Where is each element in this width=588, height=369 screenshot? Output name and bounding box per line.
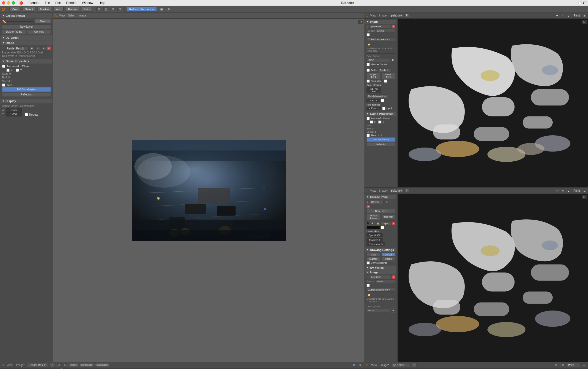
delete-frame-btn-right[interactable]: Delete Frame <box>367 214 380 220</box>
lower-first-btn[interactable]: Lower First <box>381 73 395 79</box>
tl-r-f-btn[interactable]: F <box>412 363 417 367</box>
tiles-checkbox[interactable] <box>2 83 5 87</box>
select-menu-btn[interactable]: Select <box>23 7 36 12</box>
tl-r-paint[interactable]: Paint <box>567 363 580 367</box>
thickness-field[interactable]: Thickness: 3 <box>367 242 385 246</box>
tl-view-btn[interactable]: View <box>6 363 14 367</box>
gp-add-btn[interactable]: + <box>390 200 395 204</box>
tl-r-icon-2[interactable]: ⊠ <box>560 363 565 367</box>
paint-x-top[interactable]: ✕ <box>561 14 565 18</box>
timeline-right-body[interactable]: -40 -20 0 20 40 60 80 100 120 140 160 18… <box>364 368 588 369</box>
help-menu[interactable]: Help <box>97 1 106 5</box>
strip-menu-btn[interactable]: Strip <box>81 7 92 12</box>
file-menu[interactable]: File <box>44 1 51 5</box>
paint-icon-top[interactable]: ✚ <box>555 14 560 18</box>
img-close-btn[interactable]: ✕ <box>47 47 51 50</box>
viewport-image[interactable]: ⊡ <box>53 19 364 362</box>
tl-r-icon-1[interactable]: ⊞ <box>554 363 559 367</box>
convert-btn-left[interactable]: Convert <box>27 30 51 34</box>
reflection-btn-left[interactable]: Reflection <box>2 92 51 97</box>
y-checkbox[interactable] <box>16 69 19 72</box>
gp-anim-check[interactable] <box>367 117 370 120</box>
fields-count-top[interactable]: Fields: 2 <box>378 68 392 72</box>
gp-layer-lock-btn[interactable]: 🔒 <box>376 221 380 225</box>
view-btn-right-top[interactable]: View <box>369 14 377 17</box>
filepath-check-top[interactable] <box>367 33 370 36</box>
srgb-val-bottom[interactable]: sRGB <box>367 309 389 312</box>
img-name-top[interactable]: pele.mov <box>370 25 391 28</box>
uv-corner-btn-bottom[interactable]: ⊡ <box>582 195 587 199</box>
drawing-settings-header[interactable]: ▼ Drawing Settings <box>365 248 396 252</box>
cyclic-check[interactable] <box>382 107 385 110</box>
gp-layer-del-btn[interactable]: ✕ <box>392 222 395 225</box>
image-btn-right-top[interactable]: Image* <box>378 14 389 17</box>
img-close-bottom[interactable]: ✕ <box>392 275 395 279</box>
filepath-folder-top[interactable]: 📁 <box>367 42 371 47</box>
only-endpoints-check[interactable] <box>367 261 370 265</box>
view-btn-right-bottom[interactable]: View <box>369 189 377 192</box>
paint-select-bottom[interactable]: Paint <box>572 189 581 193</box>
tl-icon-1[interactable]: ⊞ <box>352 363 356 367</box>
gp-layer-vis-btn[interactable]: 👁 <box>370 221 375 225</box>
window-menu[interactable]: Window <box>81 1 94 5</box>
tl-icon-2[interactable]: ⊠ <box>358 363 363 367</box>
view-btn-drawing[interactable]: View <box>367 253 380 257</box>
paint-btn-top[interactable]: 🖌 <box>566 14 571 18</box>
marker-menu-btn[interactable]: Marker <box>38 7 51 12</box>
gp-name-input-b[interactable]: GPencil <box>370 200 384 204</box>
edit-menu[interactable]: Edit <box>54 1 62 5</box>
opa-field[interactable]: Opa: 0.900 <box>367 233 383 237</box>
uv-vertex-header-left[interactable]: ▼ UV Vertex <box>1 35 52 40</box>
icon-btn-3[interactable]: ⊞ <box>110 7 115 11</box>
paint-btn-bottom[interactable]: 🖌 <box>566 189 571 193</box>
filepath-folder-bottom[interactable]: 📁 <box>367 293 371 297</box>
more-top[interactable]: ☰ <box>582 14 587 18</box>
view-menu-btn[interactable]: View <box>9 7 20 12</box>
stroke-btn[interactable]: Stroke <box>381 257 395 261</box>
icon-btn-5[interactable]: ▣ <box>159 7 164 11</box>
traffic-lights[interactable] <box>2 1 15 5</box>
right-bottom-view[interactable]: ⊡ <box>398 194 588 362</box>
start-field[interactable]: Start: 1 <box>367 99 380 102</box>
right-top-view[interactable]: ⊡ <box>398 19 588 187</box>
blender-menu[interactable]: Blender <box>27 1 40 5</box>
filename-right-top[interactable]: pele.mov <box>390 14 403 18</box>
timeline-left-body[interactable]: 0 20 40 60 80 100 120 140 160 <box>0 368 364 369</box>
aspect-x-input[interactable]: 1.000 <box>6 108 22 112</box>
img-close-top[interactable]: ✕ <box>392 25 395 28</box>
uv-coordinates-btn-left[interactable]: UV Coordinates <box>2 87 51 92</box>
gp-color-swatch[interactable] <box>367 226 380 229</box>
match-movie-btn[interactable]: Match Movie Len <box>367 94 388 98</box>
gp-x-btn[interactable]: ✕ <box>367 205 370 208</box>
gp-y-check[interactable] <box>378 120 381 124</box>
tl-next-btn[interactable]: ▷ <box>63 363 68 367</box>
img-name-bottom[interactable]: pele.mov <box>370 275 391 279</box>
img-add-btn[interactable]: + <box>35 46 40 51</box>
image-header-left[interactable]: ▼ Image <box>1 40 52 45</box>
uv-corner-btn-top[interactable]: ⊡ <box>582 20 587 24</box>
image-sub-header-top[interactable]: ▼ Image <box>365 20 396 24</box>
filename-right-bottom[interactable]: pele.mov <box>390 189 403 193</box>
color-unprem-check[interactable] <box>384 79 387 83</box>
tl-prev-btn[interactable]: ◁ <box>56 363 61 367</box>
tl-r-view-btn[interactable]: View <box>370 363 378 367</box>
filepath-check-bottom[interactable] <box>367 284 370 287</box>
surface-btn[interactable]: Surface <box>367 257 380 261</box>
more-bottom[interactable]: ☰ <box>582 189 587 193</box>
view-render-check-top[interactable] <box>367 63 370 66</box>
tl-r-more[interactable]: ☰ <box>582 363 586 367</box>
aspect-y-input[interactable]: 1.000 <box>6 112 22 116</box>
srgb-settings-bottom[interactable]: ⚙ <box>390 308 395 313</box>
tl-r-filename[interactable]: pele.mov <box>392 363 410 367</box>
gp-layer-name[interactable]: Layer <box>381 221 391 225</box>
maximize-button[interactable] <box>12 1 15 5</box>
image-header-bottom[interactable]: ▼ Image <box>365 270 396 274</box>
convert-btn-right[interactable]: Convert <box>381 215 395 219</box>
tl-render-result[interactable]: Render Result <box>27 363 48 367</box>
view-btn-center[interactable]: View <box>58 14 66 17</box>
source-val-bottom[interactable]: Movie <box>375 279 395 283</box>
reflection-btn-right-top[interactable]: Reflection <box>367 142 395 146</box>
upper-first-btn[interactable]: Upper First <box>367 73 380 79</box>
uv-coord-btn-right-top[interactable]: UV Coordinates <box>367 137 395 142</box>
filepath-val-top[interactable]: 01/Desktoppele.mov <box>367 37 395 41</box>
